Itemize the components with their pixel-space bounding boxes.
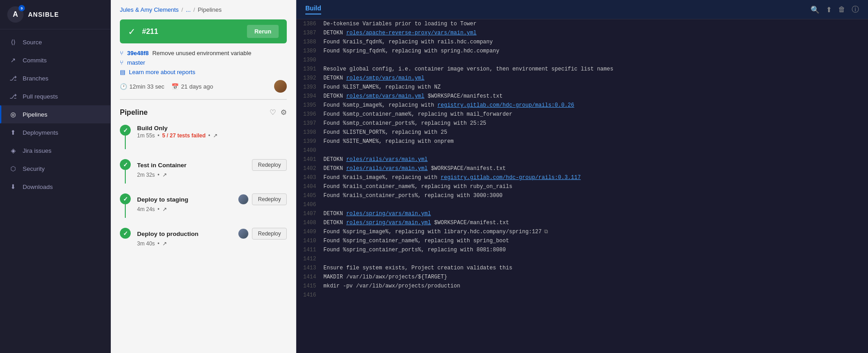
branch-name[interactable]: master xyxy=(127,59,145,66)
stage-connector-line xyxy=(125,136,126,149)
log-line-text: Found %spring_image%, replacing with lib… xyxy=(323,228,868,236)
log-link[interactable]: registry.gitlab.com/hdc-group/rails:0.3.… xyxy=(441,174,581,181)
pipeline-timing: 🕐 12min 33 sec 📅 21 days ago xyxy=(120,80,287,99)
stage-name: Build Only xyxy=(137,125,168,132)
log-line: 1403Found %rails_image%, replacing with … xyxy=(296,173,868,182)
log-line: 1410Found %spring_container_name%, repla… xyxy=(296,236,868,245)
stage-arrow-icon[interactable]: ↗ xyxy=(162,172,167,178)
log-link[interactable]: roles/smtp/vars/main.yml xyxy=(346,75,424,81)
sidebar-item-jira-issues[interactable]: ◈Jira issues xyxy=(0,141,110,160)
log-line-text: Found %smtp_image%, replacing with regis… xyxy=(323,101,868,109)
log-link[interactable]: roles/apache-reverse-proxy/vars/main.yml xyxy=(346,30,476,36)
sidebar-item-pull-requests[interactable]: ⎇Pull requests xyxy=(0,87,110,105)
log-container[interactable]: 1386De-tokenise Variables prior to loadi… xyxy=(296,19,868,353)
log-link[interactable]: roles/rails/vars/main.yml xyxy=(346,156,427,163)
stage-status-dot: ✓ xyxy=(120,228,131,239)
commit-hash[interactable]: 39e48f8 xyxy=(127,50,149,56)
sidebar-item-commits[interactable]: ↗Commits xyxy=(0,51,110,69)
sidebar-item-downloads[interactable]: ⬇Downloads xyxy=(0,178,110,196)
log-link[interactable]: roles/smtp/vars/main.yml xyxy=(346,93,424,99)
log-line-number: 1414 xyxy=(296,273,323,281)
stage-dot-col: ✓ xyxy=(120,159,131,184)
sidebar-item-deployments[interactable]: ⬆Deployments xyxy=(0,123,110,141)
log-line-number: 1406 xyxy=(296,201,323,209)
log-line-text: Found %rails_fqdn%, replacing with rails… xyxy=(323,38,868,46)
log-line-text: Found %smtp_container_ports%, replacing … xyxy=(323,119,868,127)
rerun-button[interactable]: Rerun xyxy=(247,25,279,38)
log-line-text: Found %LIST_NAME%, replacing with NZ xyxy=(323,83,868,91)
build-tab[interactable]: Build xyxy=(305,5,321,14)
log-line-number: 1390 xyxy=(296,56,323,64)
stage-dot-col: ✓ xyxy=(120,193,131,218)
stage-connector-line xyxy=(125,204,126,218)
upload-icon[interactable]: ⬆ xyxy=(826,5,832,14)
info-icon[interactable]: ⓘ xyxy=(852,5,859,14)
sidebar-item-label-source: Source xyxy=(23,39,42,46)
pull-requests-icon: ⎇ xyxy=(9,92,17,100)
log-line: 1396Found %smtp_container_name%, replaci… xyxy=(296,110,868,119)
log-line-number: 1409 xyxy=(296,228,323,236)
stage-avatar xyxy=(238,229,248,239)
stage-arrow-icon[interactable]: ↗ xyxy=(213,132,218,139)
log-line-number: 1413 xyxy=(296,264,323,272)
log-line-text: Found %rails_container_ports%, replacing… xyxy=(323,192,868,200)
stage-meta: 3m 40s•↗ xyxy=(137,240,287,247)
log-line-number: 1399 xyxy=(296,137,323,146)
settings-button[interactable]: ⚙ xyxy=(280,108,287,117)
stage-name: Deploy to staging xyxy=(137,196,188,203)
pipeline-meta: ⑂ 39e48f8 Remove unused environment vari… xyxy=(111,43,296,99)
log-link[interactable]: roles/spring/vars/main.yml xyxy=(346,211,431,217)
stage-dot-col: ✓ xyxy=(120,125,131,149)
sidebar-item-label-branches: Branches xyxy=(23,75,48,82)
log-line: 1407DETOKN roles/spring/vars/main.yml xyxy=(296,209,868,218)
log-link[interactable]: registry.gitlab.com/hdc-group/mails:0.0.… xyxy=(437,102,574,108)
delete-icon[interactable]: 🗑 xyxy=(838,5,845,14)
log-line-number: 1408 xyxy=(296,219,323,227)
clock-icon: 🕐 xyxy=(120,83,127,90)
sidebar-item-pipelines[interactable]: ◎Pipelines xyxy=(0,105,110,123)
copy-icon[interactable]: ⧉ xyxy=(544,229,548,235)
bookmark-button[interactable]: ♡ xyxy=(270,108,276,117)
sidebar-item-label-pipelines: Pipelines xyxy=(23,111,47,118)
stage-arrow-icon[interactable]: ↗ xyxy=(162,206,167,212)
breadcrumb-ellipsis[interactable]: ... xyxy=(186,6,191,13)
pipeline-id: #211 xyxy=(142,28,241,36)
reports-link[interactable]: ▤ Learn more about reports xyxy=(120,69,287,75)
time-ago-item: 📅 21 days ago xyxy=(171,83,213,90)
pipeline-title-row: Pipeline ♡ ⚙ xyxy=(120,108,287,117)
redeploy-button[interactable]: Redeploy xyxy=(252,193,287,205)
redeploy-button[interactable]: Redeploy xyxy=(252,159,287,171)
pipelines-icon: ◎ xyxy=(9,110,17,118)
commit-ref: ⑂ 39e48f8 Remove unused environment vari… xyxy=(120,50,287,56)
stage-dot-col: ✓ xyxy=(120,228,131,239)
pipeline-section: Pipeline ♡ ⚙ ✓Build Only1m 55s•5 / 27 te… xyxy=(111,100,296,265)
log-line-number: 1402 xyxy=(296,165,323,173)
log-line-text: Found %rails_container_name%, replacing … xyxy=(323,183,868,191)
log-link[interactable]: roles/rails/vars/main.yml xyxy=(346,165,427,172)
log-line-number: 1404 xyxy=(296,183,323,191)
log-line: 1398Found %LISTEN_PORT%, replacing with … xyxy=(296,128,868,137)
sidebar-item-label-jira-issues: Jira issues xyxy=(23,147,52,154)
sidebar-item-security[interactable]: ⬡Security xyxy=(0,160,110,178)
log-line: 1399Found %SITE_NAME%, replacing with on… xyxy=(296,137,868,146)
stage-right: Redeploy xyxy=(252,159,287,171)
pipeline-title: Pipeline xyxy=(120,108,147,117)
log-link[interactable]: roles/spring/vars/main.yml xyxy=(346,220,431,226)
stage-arrow-icon[interactable]: ↗ xyxy=(162,240,167,247)
deployments-icon: ⬆ xyxy=(9,128,17,136)
app-name: ANSIBLE xyxy=(28,11,59,18)
log-line: 1413Ensure file system exists, Project c… xyxy=(296,264,868,273)
stage-duration: 2m 32s xyxy=(137,172,155,178)
stage-status-dot: ✓ xyxy=(120,125,131,136)
search-icon[interactable]: 🔍 xyxy=(811,5,820,14)
log-line: 1400 xyxy=(296,146,868,155)
breadcrumb-owner[interactable]: Jules & Amy Clements xyxy=(120,6,179,13)
log-line: 1388Found %rails_fqdn%, replacing with r… xyxy=(296,38,868,47)
sidebar-nav: ⟨⟩Source↗Commits⎇Branches⎇Pull requests◎… xyxy=(0,29,110,353)
stage-status-dot: ✓ xyxy=(120,193,131,204)
reports-link-text[interactable]: Learn more about reports xyxy=(129,69,195,75)
sidebar-item-source[interactable]: ⟨⟩Source xyxy=(0,33,110,51)
sidebar-item-branches[interactable]: ⎇Branches xyxy=(0,69,110,87)
redeploy-button[interactable]: Redeploy xyxy=(252,228,287,240)
log-line-text: Ensure file system exists, Project creat… xyxy=(323,264,868,272)
